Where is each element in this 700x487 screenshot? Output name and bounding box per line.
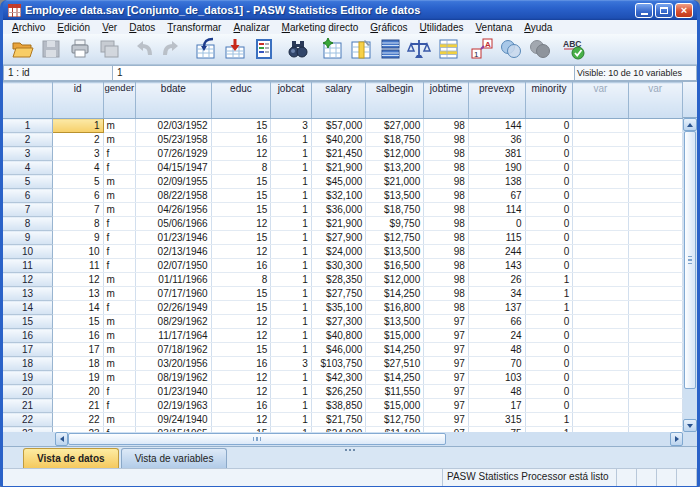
data-cell[interactable]: $15,000 xyxy=(366,399,424,413)
data-cell[interactable]: $18,750 xyxy=(366,203,424,217)
data-cell[interactable]: 98 xyxy=(424,287,469,301)
data-cell[interactable]: 07/26/1929 xyxy=(136,147,212,161)
data-cell[interactable]: 05/23/1958 xyxy=(136,133,212,147)
data-cell[interactable]: 17 xyxy=(53,343,103,357)
row-header[interactable]: 11 xyxy=(3,259,53,273)
data-cell[interactable]: $40,800 xyxy=(311,329,366,343)
data-cell[interactable]: 8 xyxy=(53,217,103,231)
data-cell[interactable] xyxy=(628,357,682,371)
data-cell[interactable]: 0 xyxy=(525,231,573,245)
data-cell[interactable]: 01/11/1966 xyxy=(136,273,212,287)
data-cell[interactable]: 12 xyxy=(211,413,271,427)
tab-variable-view[interactable]: Vista de variables xyxy=(121,448,228,468)
data-cell[interactable]: 13 xyxy=(53,287,103,301)
data-cell[interactable]: f xyxy=(103,301,136,315)
data-cell[interactable]: 15 xyxy=(211,231,271,245)
data-cell[interactable]: $13,200 xyxy=(366,161,424,175)
data-cell[interactable]: $9,750 xyxy=(366,217,424,231)
title-bar[interactable]: Employee data.sav [Conjunto_de_datos1] -… xyxy=(3,0,697,20)
data-cell[interactable]: 01/23/1946 xyxy=(136,231,212,245)
data-cell[interactable]: $40,200 xyxy=(311,133,366,147)
row-header[interactable]: 4 xyxy=(3,161,53,175)
data-cell[interactable]: 48 xyxy=(468,343,525,357)
column-header-var-1[interactable]: var xyxy=(573,83,628,119)
data-cell[interactable]: 02/19/1963 xyxy=(136,399,212,413)
data-cell[interactable]: 1 xyxy=(271,259,311,273)
data-cell[interactable]: 1 xyxy=(271,161,311,175)
data-cell[interactable] xyxy=(628,217,682,231)
data-cell[interactable]: $46,000 xyxy=(311,343,366,357)
column-header-educ[interactable]: educ xyxy=(211,83,271,119)
menu-ventana[interactable]: Ventana xyxy=(469,22,518,33)
data-cell[interactable]: 0 xyxy=(525,147,573,161)
data-cell[interactable]: 36 xyxy=(468,133,525,147)
data-cell[interactable]: m xyxy=(103,133,136,147)
data-cell[interactable]: 15 xyxy=(211,203,271,217)
data-cell[interactable]: m xyxy=(103,189,136,203)
data-cell[interactable]: 01/23/1940 xyxy=(136,385,212,399)
data-cell[interactable] xyxy=(573,385,628,399)
data-cell[interactable]: $15,000 xyxy=(366,329,424,343)
data-cell[interactable]: $21,450 xyxy=(311,147,366,161)
data-cell[interactable]: m xyxy=(103,343,136,357)
data-cell[interactable]: 97 xyxy=(424,371,469,385)
row-header[interactable]: 6 xyxy=(3,189,53,203)
data-cell[interactable]: 1 xyxy=(525,301,573,315)
data-cell[interactable]: 315 xyxy=(468,413,525,427)
data-cell[interactable]: 9 xyxy=(53,231,103,245)
data-cell[interactable]: 02/07/1950 xyxy=(136,259,212,273)
data-cell[interactable]: $45,000 xyxy=(311,175,366,189)
data-cell[interactable]: 6 xyxy=(53,189,103,203)
data-cell[interactable]: 15 xyxy=(211,175,271,189)
column-header-id[interactable]: id xyxy=(53,83,103,119)
row-header[interactable]: 22 xyxy=(3,413,53,427)
data-cell[interactable] xyxy=(573,357,628,371)
row-header[interactable]: 18 xyxy=(3,357,53,371)
close-button[interactable]: × xyxy=(675,3,693,18)
data-cell[interactable]: 70 xyxy=(468,357,525,371)
data-cell[interactable]: 143 xyxy=(468,259,525,273)
data-cell[interactable] xyxy=(628,413,682,427)
value-labels-button[interactable]: 1A xyxy=(467,36,496,63)
data-cell[interactable]: $57,000 xyxy=(311,119,366,133)
data-cell[interactable]: 8 xyxy=(211,273,271,287)
data-cell[interactable]: $103,750 xyxy=(311,357,366,371)
data-cell[interactable]: 1 xyxy=(271,175,311,189)
data-cell[interactable]: 15 xyxy=(211,287,271,301)
spell-check-button[interactable]: ABC xyxy=(559,36,588,63)
variables-button[interactable] xyxy=(249,36,278,63)
column-header-minority[interactable]: minority xyxy=(525,83,573,119)
data-cell[interactable]: $32,100 xyxy=(311,189,366,203)
row-header[interactable]: 16 xyxy=(3,329,53,343)
data-cell[interactable]: 08/19/1962 xyxy=(136,371,212,385)
data-cell[interactable]: 7 xyxy=(53,203,103,217)
data-cell[interactable] xyxy=(628,329,682,343)
data-cell[interactable] xyxy=(573,189,628,203)
data-cell[interactable]: $21,900 xyxy=(311,217,366,231)
data-cell[interactable] xyxy=(573,343,628,357)
row-header[interactable]: 8 xyxy=(3,217,53,231)
data-cell[interactable]: 1 xyxy=(271,133,311,147)
data-cell[interactable]: 12 xyxy=(53,273,103,287)
data-cell[interactable] xyxy=(628,147,682,161)
data-cell[interactable]: 10 xyxy=(53,245,103,259)
insert-variable-button[interactable] xyxy=(346,36,375,63)
print-button[interactable] xyxy=(65,36,94,63)
data-cell[interactable]: 137 xyxy=(468,301,525,315)
data-cell[interactable]: 0 xyxy=(525,357,573,371)
data-cell[interactable]: f xyxy=(103,399,136,413)
data-cell[interactable]: 26 xyxy=(468,273,525,287)
column-header-salbegin[interactable]: salbegin xyxy=(366,83,424,119)
data-cell[interactable] xyxy=(573,133,628,147)
data-cell[interactable]: 02/13/1946 xyxy=(136,245,212,259)
data-cell[interactable] xyxy=(628,399,682,413)
row-header[interactable]: 1 xyxy=(3,119,53,133)
data-cell[interactable]: $36,000 xyxy=(311,203,366,217)
data-cell[interactable]: 0 xyxy=(525,189,573,203)
horizontal-scroll-thumb[interactable] xyxy=(68,433,446,445)
data-cell[interactable] xyxy=(628,315,682,329)
data-cell[interactable]: 16 xyxy=(211,357,271,371)
data-cell[interactable]: $42,300 xyxy=(311,371,366,385)
open-data-document-button[interactable] xyxy=(7,36,36,63)
data-cell[interactable]: 2 xyxy=(53,133,103,147)
